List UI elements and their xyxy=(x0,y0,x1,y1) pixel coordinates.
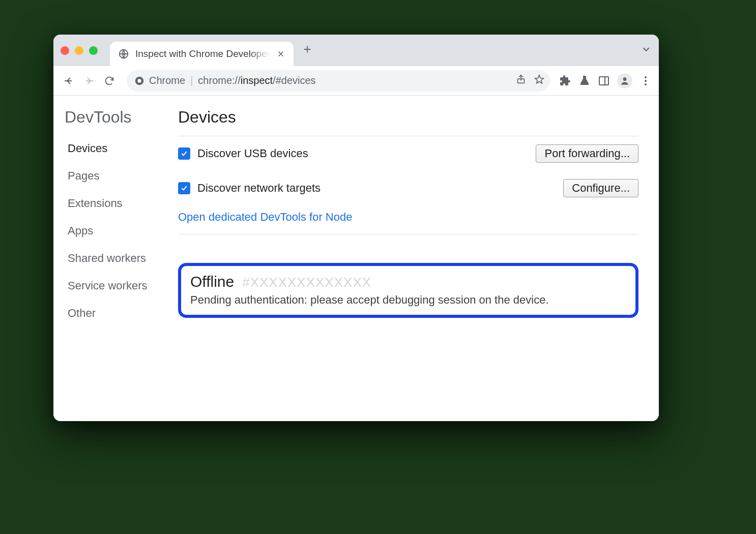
svg-point-5 xyxy=(623,77,627,81)
share-icon[interactable] xyxy=(515,74,527,87)
sidebar-item-other[interactable]: Other xyxy=(53,300,173,327)
tab-list-button[interactable] xyxy=(641,44,652,57)
sidebar-title: DevTools xyxy=(53,108,173,135)
reload-button[interactable] xyxy=(101,73,118,89)
svg-rect-4 xyxy=(599,77,608,85)
side-panel-icon[interactable] xyxy=(598,75,610,87)
window-maximize-button[interactable] xyxy=(89,46,98,55)
toolbar-right xyxy=(559,73,652,88)
svg-point-6 xyxy=(645,76,647,78)
back-button[interactable] xyxy=(61,73,77,89)
site-label: Chrome xyxy=(149,75,185,86)
divider xyxy=(178,234,638,234)
svg-point-2 xyxy=(137,79,141,82)
tab-title: Inspect with Chrome Developer xyxy=(135,48,270,60)
discover-network-row: Discover network targets Configure... xyxy=(178,171,638,205)
discover-usb-label: Discover USB devices xyxy=(197,147,308,160)
svg-point-8 xyxy=(645,83,647,85)
tab-close-icon[interactable] xyxy=(276,49,285,58)
device-status-box: Offline #XXXXXXXXXXXXX Pending authentic… xyxy=(178,263,638,318)
bookmark-icon[interactable] xyxy=(534,74,545,87)
url-text: chrome://inspect/#devices xyxy=(198,75,315,86)
discover-network-checkbox[interactable] xyxy=(178,182,190,194)
configure-button[interactable]: Configure... xyxy=(563,179,638,197)
page-heading: Devices xyxy=(178,108,638,127)
labs-icon[interactable] xyxy=(578,75,591,87)
extensions-icon[interactable] xyxy=(559,75,571,87)
address-bar[interactable]: Chrome | chrome://inspect/#devices xyxy=(127,70,550,92)
window-close-button[interactable] xyxy=(61,46,69,55)
device-id: #XXXXXXXXXXXXX xyxy=(242,275,371,290)
toolbar: Chrome | chrome://inspect/#devices xyxy=(53,66,659,96)
sidebar-item-extensions[interactable]: Extensions xyxy=(53,190,173,217)
window-controls xyxy=(61,46,98,55)
page-content: DevTools Devices Pages Extensions Apps S… xyxy=(53,96,659,421)
browser-window: Inspect with Chrome Developer Chrome xyxy=(53,35,659,421)
window-minimize-button[interactable] xyxy=(75,46,83,55)
profile-avatar[interactable] xyxy=(617,73,632,88)
sidebar-item-apps[interactable]: Apps xyxy=(53,217,173,245)
discover-usb-checkbox[interactable] xyxy=(178,147,190,160)
discover-usb-row: Discover USB devices Port forwarding... xyxy=(178,136,638,171)
svg-point-7 xyxy=(645,80,647,82)
tab-bar: Inspect with Chrome Developer xyxy=(53,35,659,66)
separator: | xyxy=(190,75,193,86)
site-chip: Chrome xyxy=(134,75,185,86)
menu-icon[interactable] xyxy=(639,75,652,87)
new-tab-button[interactable] xyxy=(302,44,313,57)
open-node-devtools-link[interactable]: Open dedicated DevTools for Node xyxy=(178,205,352,234)
sidebar-item-pages[interactable]: Pages xyxy=(53,162,173,190)
globe-icon xyxy=(118,48,129,60)
sidebar-item-service-workers[interactable]: Service workers xyxy=(53,272,173,300)
sidebar-item-devices[interactable]: Devices xyxy=(53,135,173,162)
chrome-icon xyxy=(134,75,145,86)
sidebar: DevTools Devices Pages Extensions Apps S… xyxy=(53,96,173,421)
forward-button[interactable] xyxy=(81,73,97,89)
discover-network-label: Discover network targets xyxy=(197,182,321,195)
device-status: Offline xyxy=(190,273,234,290)
port-forwarding-button[interactable]: Port forwarding... xyxy=(536,144,638,163)
browser-tab[interactable]: Inspect with Chrome Developer xyxy=(110,42,294,66)
main-panel: Devices Discover USB devices Port forwar… xyxy=(173,96,659,421)
sidebar-item-shared-workers[interactable]: Shared workers xyxy=(53,245,173,272)
device-message: Pending authentication: please accept de… xyxy=(190,293,626,307)
